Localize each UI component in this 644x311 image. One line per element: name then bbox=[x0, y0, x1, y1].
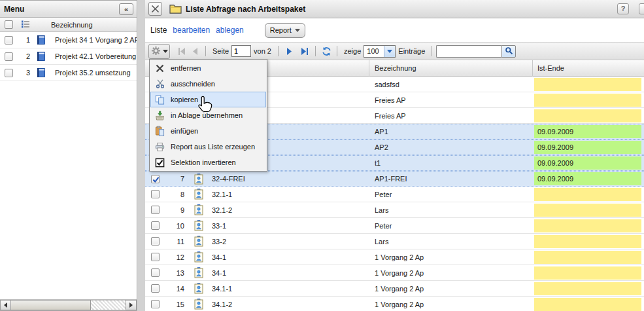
row-checkbox[interactable] bbox=[151, 221, 160, 230]
gear-menu-button[interactable] bbox=[148, 44, 170, 59]
sidebar-project-row[interactable]: 1Projekt 34 1 Vorgang 2 AP bbox=[0, 32, 137, 48]
table-row[interactable]: 1534.1-21 Vorgang 2 Ap bbox=[145, 297, 644, 311]
table-row[interactable]: 732-4-FREIAP1-FREI09.09.2009 bbox=[145, 171, 644, 187]
context-menu-item[interactable]: einfügen bbox=[150, 123, 266, 139]
scrollbar-thumb[interactable] bbox=[11, 300, 91, 310]
row-checkbox[interactable] bbox=[151, 253, 160, 261]
bezeichnung-value: Freies AP bbox=[369, 112, 533, 120]
sidebar-column-bezeichnung[interactable]: Bezeichnung bbox=[51, 21, 137, 29]
row-number: 8 bbox=[165, 191, 190, 198]
next-page-icon[interactable] bbox=[282, 45, 296, 58]
column-header-ist-ende[interactable]: Ist-Ende bbox=[533, 64, 644, 72]
paste-icon bbox=[155, 126, 165, 136]
row-checkbox[interactable] bbox=[5, 36, 13, 45]
scissors-icon bbox=[156, 79, 165, 88]
table-row[interactable]: 1434.1-11 Vorgang 2 Ap bbox=[145, 281, 644, 297]
bezeichnung-value: AP2 bbox=[369, 143, 533, 151]
row-number: 14 bbox=[165, 285, 190, 293]
context-menu-item[interactable]: in Ablage übernehmen bbox=[150, 107, 266, 123]
refresh-icon[interactable] bbox=[320, 45, 333, 58]
row-checkbox[interactable] bbox=[151, 268, 160, 277]
ist-ende-cell bbox=[534, 282, 641, 295]
page-number-input[interactable] bbox=[231, 45, 251, 57]
bezeichnung-value: sadsfsd bbox=[369, 81, 533, 88]
book-icon bbox=[37, 67, 46, 78]
ablegen-link[interactable]: ablegen bbox=[216, 26, 244, 35]
close-icon[interactable] bbox=[148, 2, 162, 16]
sidebar-project-row[interactable]: 2Projekt 42.1 Vorbereitung bbox=[0, 48, 137, 65]
context-menu-item-label: ausschneiden bbox=[171, 80, 215, 88]
bezeichnung-value: AP1-FREI bbox=[369, 175, 533, 183]
row-checkbox[interactable] bbox=[5, 52, 13, 61]
scroll-right-icon[interactable] bbox=[126, 300, 137, 310]
row-number: 12 bbox=[165, 253, 190, 261]
context-menu-item[interactable]: ausschneiden bbox=[150, 76, 266, 92]
bearbeiten-link[interactable]: bearbeiten bbox=[173, 26, 210, 35]
search-button[interactable] bbox=[501, 45, 516, 58]
help-button[interactable]: ? bbox=[617, 3, 629, 14]
context-menu-item[interactable]: entfernen bbox=[150, 60, 266, 76]
table-row[interactable]: 1133-2Lars bbox=[145, 234, 644, 249]
search-input[interactable] bbox=[436, 45, 501, 58]
context-menu-item-label: kopieren bbox=[171, 96, 198, 103]
sidebar-collapse-button[interactable]: « bbox=[119, 3, 133, 15]
row-checkbox[interactable] bbox=[151, 284, 160, 293]
action-bar: Liste bearbeiten ablegen Report bbox=[145, 18, 644, 42]
bezeichnung-value: 1 Vorgang 2 Ap bbox=[369, 301, 533, 308]
person-badge-icon bbox=[194, 189, 203, 200]
context-menu-item-label: Selektion invertieren bbox=[171, 158, 236, 166]
remove-icon bbox=[156, 64, 164, 73]
cut-off-button[interactable] bbox=[639, 3, 644, 14]
row-checkbox[interactable] bbox=[151, 206, 160, 214]
sidebar-title: Menu bbox=[4, 5, 24, 14]
row-checkbox[interactable] bbox=[5, 69, 13, 77]
row-checkbox[interactable] bbox=[151, 300, 160, 308]
sidebar-row-list: 1Projekt 34 1 Vorgang 2 AP2Projekt 42.1 … bbox=[0, 32, 137, 81]
report-button[interactable]: Report bbox=[265, 23, 305, 38]
sidebar-project-row[interactable]: 3Projekt 35.2 umsetzung bbox=[0, 65, 137, 81]
invert-selection-icon bbox=[155, 158, 165, 168]
context-menu-item[interactable]: kopieren bbox=[150, 92, 266, 107]
ist-ende-cell bbox=[534, 78, 641, 91]
ist-ende-cell bbox=[534, 235, 641, 248]
ist-ende-cell bbox=[534, 204, 641, 217]
last-page-icon[interactable] bbox=[298, 45, 311, 58]
sidebar-empty-area bbox=[0, 81, 137, 299]
ist-ende-cell bbox=[534, 251, 641, 264]
panel-splitter[interactable] bbox=[138, 0, 145, 311]
bezeichnung-value: AP1 bbox=[369, 128, 533, 136]
scroll-left-icon[interactable] bbox=[0, 300, 11, 310]
context-menu-item[interactable]: Selektion invertieren bbox=[150, 155, 266, 170]
ist-ende-cell bbox=[534, 298, 641, 311]
sidebar-header-checkbox[interactable] bbox=[5, 20, 13, 29]
workpackage-name: 34.1-2 bbox=[208, 301, 369, 308]
table-row[interactable]: 832.1-1Peter bbox=[145, 187, 644, 202]
first-page-icon[interactable] bbox=[175, 45, 188, 58]
folder-icon bbox=[169, 4, 182, 15]
project-label: Projekt 35.2 umsetzung bbox=[51, 69, 137, 77]
workpackage-name: 32.1-2 bbox=[208, 206, 369, 214]
project-label: Projekt 34 1 Vorgang 2 AP bbox=[51, 36, 137, 44]
chevron-down-icon bbox=[163, 50, 168, 53]
context-menu-item[interactable]: Report aus Liste erzeugen bbox=[150, 139, 266, 155]
table-row[interactable]: 1033-1Peter bbox=[145, 218, 644, 234]
row-number: 13 bbox=[165, 269, 190, 277]
column-header-bezeichnung[interactable]: Bezeichnung bbox=[369, 60, 533, 77]
row-number: 7 bbox=[165, 175, 190, 183]
chevron-down-icon bbox=[295, 29, 300, 32]
ist-ende-cell: 09.09.2009 bbox=[534, 125, 641, 138]
page-total-label: von 2 bbox=[254, 47, 271, 55]
person-badge-icon bbox=[194, 267, 203, 278]
table-row[interactable]: 1334-11 Vorgang 2 Ap bbox=[145, 265, 644, 281]
row-checkbox[interactable] bbox=[151, 190, 160, 198]
scrollbar-track[interactable] bbox=[91, 300, 126, 310]
sidebar-horizontal-scrollbar[interactable] bbox=[0, 299, 137, 310]
book-icon bbox=[37, 35, 46, 45]
table-row[interactable]: 1234-11 Vorgang 2 Ap bbox=[145, 249, 644, 265]
page-size-select[interactable]: 100 bbox=[364, 45, 396, 58]
ist-ende-cell: 09.09.2009 bbox=[534, 172, 641, 185]
row-checkbox[interactable] bbox=[151, 175, 160, 183]
row-checkbox[interactable] bbox=[151, 237, 160, 246]
table-row[interactable]: 932.1-2Lars bbox=[145, 202, 644, 218]
previous-page-icon[interactable] bbox=[188, 45, 201, 58]
